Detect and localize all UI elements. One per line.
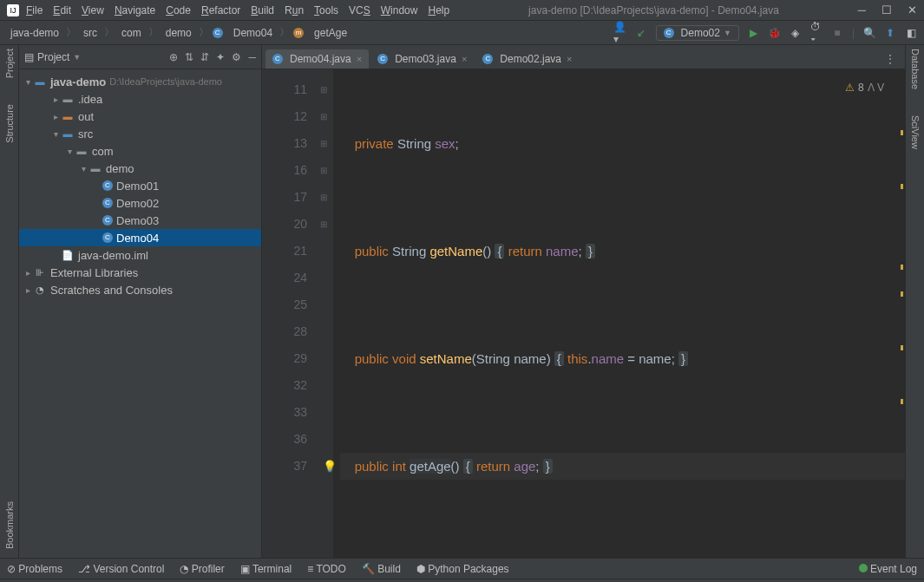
menu-view[interactable]: View — [82, 4, 104, 16]
folder-icon: ▬ — [61, 110, 75, 122]
rail-database[interactable]: Database — [910, 49, 921, 89]
inspection-badge[interactable]: ⚠8 ᐱ ᐯ — [845, 75, 884, 101]
settings-icon[interactable]: ✦ — [216, 51, 225, 63]
editor-tab-demo02-java[interactable]: CDemo02.java× — [475, 49, 579, 69]
bc-method[interactable]: getAge — [311, 25, 351, 41]
left-tool-rail: Project Structure Bookmarks — [0, 45, 19, 558]
scratches-icon: ◔ — [33, 284, 47, 296]
tool-python[interactable]: ⬢ Python Packages — [416, 563, 509, 575]
rail-sciview[interactable]: SciView — [910, 115, 921, 149]
search-icon[interactable]: 🔍 — [863, 27, 875, 39]
menu-edit[interactable]: Edit — [53, 4, 71, 16]
stop-icon[interactable]: ■ — [831, 27, 843, 39]
coverage-icon[interactable]: ◈ — [790, 27, 802, 39]
folder-icon: ▬ — [61, 128, 75, 140]
ide-actions-icon[interactable]: ◧ — [905, 27, 917, 39]
menu-file[interactable]: File — [26, 4, 43, 16]
root-name: java-demo — [50, 75, 106, 88]
chevron-down-icon[interactable]: ▼ — [73, 53, 81, 62]
tree-item-out[interactable]: ▸▬out — [19, 108, 261, 125]
profile-icon[interactable]: ⏱▾ — [810, 27, 822, 39]
run-config-selector[interactable]: C Demo02 ▼ — [656, 25, 739, 41]
tree-item-demo03[interactable]: CDemo03 — [19, 212, 261, 229]
rail-bookmarks[interactable]: Bookmarks — [4, 501, 15, 549]
menu-refactor[interactable]: Refactor — [201, 4, 240, 16]
tool-profiler[interactable]: ◔ Profiler — [180, 563, 224, 575]
bc-demo[interactable]: demo — [162, 25, 195, 41]
project-tree: ▾▬ java-demo D:\IdeaProjects\java-demo ▸… — [19, 69, 261, 558]
class-icon: C — [102, 198, 113, 208]
event-log[interactable]: Event Log — [859, 563, 917, 575]
bc-com[interactable]: com — [118, 25, 145, 41]
menu-vcs[interactable]: VCS — [349, 4, 370, 16]
rail-structure[interactable]: Structure — [4, 104, 15, 143]
menu-window[interactable]: Window — [381, 4, 418, 16]
tree-item-demo04[interactable]: CDemo04 — [19, 229, 261, 246]
tree-item-demo02[interactable]: CDemo02 — [19, 194, 261, 212]
tool-terminal[interactable]: ▣ Terminal — [240, 563, 292, 575]
run-config-name: Demo02 — [681, 27, 720, 39]
maximize-icon[interactable]: ☐ — [881, 3, 892, 16]
right-tool-rail: Database SciView — [905, 45, 924, 558]
tool-todo[interactable]: ≡ TODO — [307, 563, 346, 575]
menu-code[interactable]: Code — [166, 4, 191, 16]
tree-root[interactable]: ▾▬ java-demo D:\IdeaProjects\java-demo — [19, 73, 261, 90]
menu-build[interactable]: Build — [251, 4, 274, 16]
close-icon[interactable]: ✕ — [908, 3, 917, 16]
status-bar: ☐ Method 'getAge()' is never used 21:21 … — [0, 579, 924, 582]
tree-item-demo01[interactable]: CDemo01 — [19, 177, 261, 194]
sync-icon[interactable]: ⬆ — [884, 27, 896, 39]
tool-vcs[interactable]: ⎇ Version Control — [78, 563, 164, 575]
expand-icon[interactable]: ⇅ — [185, 51, 193, 63]
tree-external-libs[interactable]: ▸⊪ External Libraries — [19, 264, 261, 281]
collapse-icon[interactable]: ⇵ — [200, 51, 209, 63]
root-path: D:\IdeaProjects\java-demo — [109, 76, 222, 87]
close-tab-icon[interactable]: × — [567, 54, 572, 64]
tree-item-com[interactable]: ▾▬com — [19, 142, 261, 160]
main-menu: File Edit View Navigate Code Refactor Bu… — [26, 4, 449, 16]
folder-icon: ▬ — [75, 145, 88, 157]
line-gutter: 111213161720212425282932333637 — [262, 69, 314, 558]
tool-build[interactable]: 🔨 Build — [362, 563, 401, 575]
menu-run[interactable]: Run — [285, 4, 304, 16]
tabs-more-icon[interactable]: ⋮ — [884, 53, 896, 65]
bc-src[interactable]: src — [80, 25, 101, 41]
editor-area: CDemo04.java×CDemo03.java×CDemo02.java× … — [262, 45, 905, 558]
tree-item-java-demo.iml[interactable]: 📄java-demo.iml — [19, 246, 261, 264]
close-tab-icon[interactable]: × — [357, 54, 362, 64]
class-icon: C — [102, 215, 113, 226]
add-config-icon[interactable]: 👤▾ — [614, 27, 626, 39]
run-icon[interactable]: ▶ — [748, 27, 760, 39]
folder-icon: ▬ — [88, 162, 102, 174]
build-icon[interactable]: ↙ — [635, 27, 647, 39]
tool-problems[interactable]: ⊘ Problems — [7, 563, 62, 575]
file-icon: 📄 — [61, 249, 75, 261]
tree-item-.idea[interactable]: ▸▬.idea — [19, 90, 261, 108]
locate-icon[interactable]: ⊕ — [169, 51, 178, 63]
rail-project[interactable]: Project — [4, 49, 15, 78]
code-editor[interactable]: 111213161720212425282932333637 ⊞⊞⊞⊞⊞⊞ ⚠8… — [262, 69, 905, 558]
code-content[interactable]: ⚠8 ᐱ ᐯ private String sex; public String… — [333, 69, 905, 558]
hide-icon[interactable]: ─ — [248, 51, 256, 63]
class-icon: C — [102, 180, 113, 191]
close-tab-icon[interactable]: × — [462, 54, 467, 64]
menu-navigate[interactable]: Navigate — [115, 4, 155, 16]
debug-icon[interactable]: 🐞 — [769, 27, 781, 39]
tree-item-src[interactable]: ▾▬src — [19, 125, 261, 142]
bc-class[interactable]: Demo04 — [230, 25, 276, 41]
tree-scratches[interactable]: ▸◔ Scratches and Consoles — [19, 281, 261, 298]
bottom-toolbar: ⊘ Problems ⎇ Version Control ◔ Profiler … — [0, 558, 924, 579]
window-title: java-demo [D:\IdeaProjects\java-demo] - … — [449, 4, 858, 16]
project-panel-title[interactable]: Project — [37, 51, 69, 63]
menu-tools[interactable]: Tools — [314, 4, 338, 16]
class-icon: C — [272, 54, 283, 64]
intention-bulb-icon[interactable]: 💡 — [323, 453, 337, 480]
project-panel: ▤ Project ▼ ⊕ ⇅ ⇵ ✦ ⚙ ─ ▾▬ java-demo D:\… — [19, 45, 262, 558]
tree-item-demo[interactable]: ▾▬demo — [19, 160, 261, 177]
bc-project[interactable]: java-demo — [7, 25, 62, 41]
menu-help[interactable]: Help — [428, 4, 449, 16]
gear-icon[interactable]: ⚙ — [232, 51, 241, 63]
editor-tab-demo04-java[interactable]: CDemo04.java× — [265, 49, 369, 69]
editor-tab-demo03-java[interactable]: CDemo03.java× — [370, 49, 474, 69]
minimize-icon[interactable]: ─ — [858, 3, 866, 16]
